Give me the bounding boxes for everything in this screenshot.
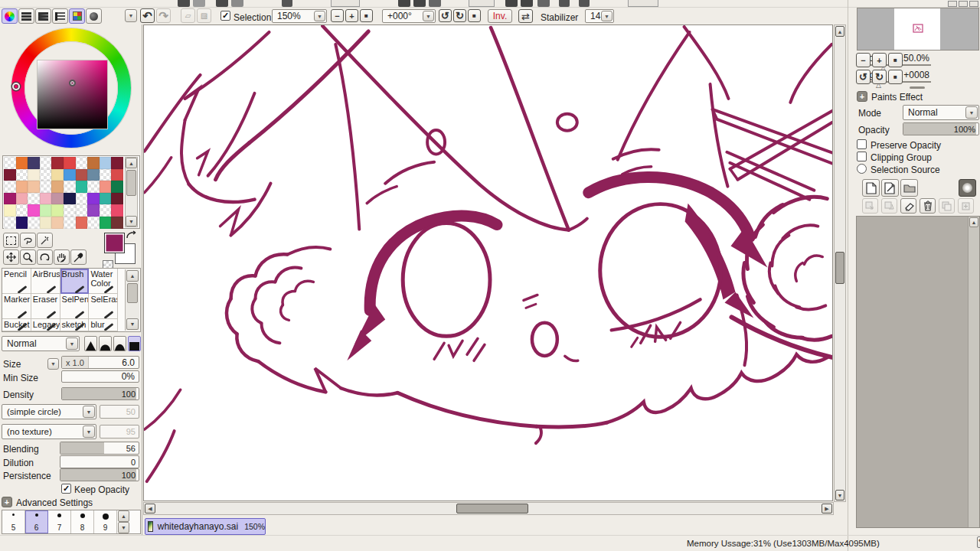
navigator-preview[interactable] xyxy=(857,8,979,51)
swatch[interactable] xyxy=(100,193,112,205)
swatch[interactable] xyxy=(51,181,64,193)
tool-scroll-down[interactable]: ▼ xyxy=(126,318,139,330)
swatch[interactable] xyxy=(111,204,123,217)
swatch[interactable] xyxy=(4,193,16,205)
preset-scroll-down[interactable]: ▼ xyxy=(118,522,129,533)
new-linework-layer-button[interactable] xyxy=(881,179,899,197)
nav-zoom-in[interactable]: + xyxy=(872,53,887,67)
tool-blur[interactable]: blur xyxy=(89,319,118,331)
swatch-scroll-up[interactable]: ▲ xyxy=(126,158,137,168)
brush-mode-select[interactable]: Normal ▼ xyxy=(2,336,80,351)
brush-size-preset-8[interactable]: 8 xyxy=(71,510,94,533)
rotate-reset-button[interactable]: ■ xyxy=(468,9,481,22)
swatch[interactable] xyxy=(4,157,16,169)
nav-rotate-ccw[interactable]: ↺ xyxy=(856,70,871,84)
swatch[interactable] xyxy=(111,181,123,193)
swatch[interactable] xyxy=(28,217,40,229)
scratchpad-panel-button[interactable] xyxy=(86,8,102,24)
brush-shape-round2[interactable] xyxy=(113,336,126,351)
copy-layer-button[interactable] xyxy=(939,198,955,214)
clipping-group-checkbox[interactable] xyxy=(857,152,867,161)
swatch[interactable] xyxy=(64,217,76,229)
swatch[interactable] xyxy=(40,204,52,217)
swatch[interactable] xyxy=(76,204,88,217)
canvas-view[interactable] xyxy=(143,24,833,501)
hand-tool[interactable] xyxy=(54,249,70,265)
density-slider[interactable]: 100 xyxy=(61,387,139,400)
nav-rotate-reset[interactable]: ■ xyxy=(888,70,903,84)
swatch[interactable] xyxy=(76,193,88,205)
paste-layer-button[interactable] xyxy=(958,198,974,214)
brush-shape-select[interactable]: (simple circle) ▼ xyxy=(2,404,96,419)
sv-selector[interactable] xyxy=(69,80,76,86)
tool-brush[interactable]: Brush xyxy=(60,269,90,294)
document-tab[interactable]: whitedayhanayo.sai 150% xyxy=(145,518,266,535)
swatch[interactable] xyxy=(4,217,16,229)
deselect-button[interactable]: ▱ xyxy=(181,8,195,23)
swatch-scroll-down[interactable]: ▼ xyxy=(126,216,137,227)
angle-select[interactable]: +000° ▼ xyxy=(382,9,436,23)
paints-effect-toggle[interactable]: + xyxy=(857,91,867,102)
swatch[interactable] xyxy=(111,169,123,181)
swatch-scrollbar[interactable]: ▲ ▼ xyxy=(125,157,138,227)
brush-size-preset-6[interactable]: 6 xyxy=(25,510,48,533)
swatch[interactable] xyxy=(87,204,100,217)
clear-layer-button[interactable] xyxy=(900,198,916,214)
swatch[interactable] xyxy=(76,217,88,229)
rotate-canvas-tool[interactable] xyxy=(37,249,53,265)
tool-legacy[interactable]: Legacy xyxy=(31,319,60,331)
blending-slider[interactable]: 56 xyxy=(60,442,139,455)
swatch[interactable] xyxy=(51,217,64,229)
swatch[interactable] xyxy=(40,193,52,205)
swatch[interactable] xyxy=(16,217,28,229)
swatch[interactable] xyxy=(16,181,28,193)
swatch[interactable] xyxy=(4,204,16,217)
swatch[interactable] xyxy=(64,193,76,205)
swatch[interactable] xyxy=(111,193,123,205)
brush-shape-flat[interactable] xyxy=(128,336,141,351)
swatch[interactable] xyxy=(28,204,40,217)
foreground-color-swatch[interactable] xyxy=(104,233,125,253)
swatch[interactable] xyxy=(76,157,88,169)
swatch[interactable] xyxy=(76,181,88,193)
tool-bucket[interactable]: Bucket xyxy=(2,319,31,331)
layers-scroll-up[interactable]: ▲ xyxy=(969,217,978,227)
swatch[interactable] xyxy=(64,181,76,193)
swatch-scroll-thumb[interactable] xyxy=(126,170,136,196)
stabilizer-select[interactable]: 14 ▼ xyxy=(585,9,614,23)
tool-airbrush[interactable]: AirBrush xyxy=(31,269,60,294)
hscroll-left[interactable]: ◀ xyxy=(145,504,155,514)
zoom-out-button[interactable]: − xyxy=(331,9,344,22)
persistence-slider[interactable]: 100 xyxy=(60,468,139,481)
brush-size-preset-9[interactable]: 9 xyxy=(94,510,117,533)
flip-horizontal-button[interactable]: ⇄ xyxy=(518,9,533,23)
rotate-cw-button[interactable]: ↻ xyxy=(453,9,466,22)
swatch[interactable] xyxy=(100,204,112,217)
layer-opacity-slider[interactable]: 100% xyxy=(903,122,979,135)
swatch[interactable] xyxy=(16,157,28,169)
swatch[interactable] xyxy=(87,181,100,193)
brush-shape-select-arrow[interactable]: ▼ xyxy=(83,406,95,418)
transfer-down-button[interactable] xyxy=(862,198,878,214)
swatches-panel-button[interactable] xyxy=(69,8,85,24)
toolbar-dropdown-button[interactable]: ▼ xyxy=(125,9,137,22)
hscroll-thumb[interactable] xyxy=(456,504,528,514)
swatch[interactable] xyxy=(40,169,52,181)
layer-mode-select[interactable]: Normal ▼ xyxy=(903,105,979,120)
angle-select-arrow[interactable]: ▼ xyxy=(423,11,434,21)
zoom-select[interactable]: 150% ▼ xyxy=(272,9,327,23)
swatch[interactable] xyxy=(51,204,64,217)
swatch[interactable] xyxy=(4,169,16,181)
swatch[interactable] xyxy=(51,193,64,205)
swatch[interactable] xyxy=(16,193,28,205)
mixer-slider-panel-button[interactable] xyxy=(52,8,68,24)
keep-opacity-checkbox[interactable]: ✓ xyxy=(61,484,71,494)
pen-input-button-edge[interactable]: ✎ xyxy=(977,536,980,548)
zoom-in-button[interactable]: + xyxy=(345,9,358,22)
advanced-settings-toggle[interactable]: + xyxy=(2,497,12,507)
swatch[interactable] xyxy=(28,193,40,205)
tool-scroll-up[interactable]: ▲ xyxy=(126,270,139,282)
brush-size-preset-7[interactable]: 7 xyxy=(48,510,71,533)
panel-divider-handle[interactable] xyxy=(910,86,925,89)
min-size-field[interactable]: 0% xyxy=(61,370,139,383)
